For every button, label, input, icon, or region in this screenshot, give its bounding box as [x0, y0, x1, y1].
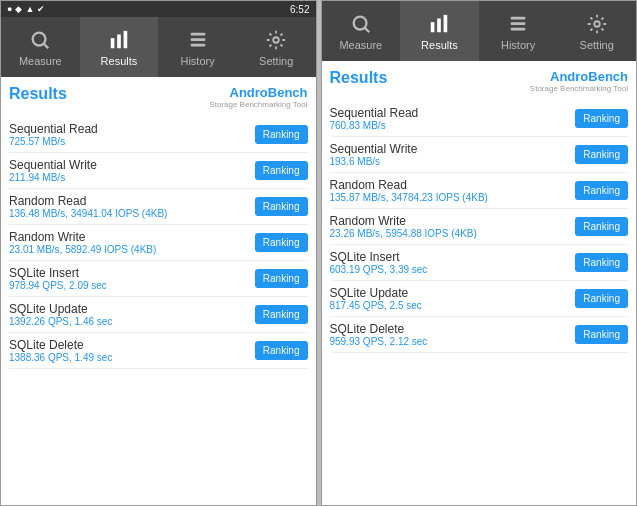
measure-icon-right	[349, 12, 373, 36]
result-value: 193.6 MB/s	[330, 156, 418, 167]
ranking-button[interactable]: Ranking	[575, 325, 628, 344]
result-value: 136.48 MB/s, 34941.04 IOPS (4KB)	[9, 208, 167, 219]
measure-icon-left	[28, 28, 52, 52]
svg-rect-14	[511, 16, 526, 19]
svg-point-17	[594, 21, 600, 27]
ranking-button[interactable]: Ranking	[575, 289, 628, 308]
result-info: Random Read135.87 MB/s, 34784.23 IOPS (4…	[330, 178, 488, 203]
table-row: Random Write23.01 MB/s, 5892.49 IOPS (4K…	[9, 225, 308, 261]
result-info: Sequential Read725.57 MB/s	[9, 122, 98, 147]
nav-setting-right[interactable]: Setting	[557, 1, 636, 61]
nav-results-right[interactable]: Results	[400, 1, 479, 61]
svg-rect-12	[438, 18, 442, 32]
table-row: Random Write23.26 MB/s, 5954.88 IOPS (4K…	[330, 209, 629, 245]
ranking-button[interactable]: Ranking	[255, 269, 308, 288]
setting-icon-left	[264, 28, 288, 52]
result-name: Random Read	[9, 194, 167, 208]
svg-rect-2	[111, 38, 115, 48]
svg-rect-4	[124, 30, 128, 47]
result-info: SQLite Update817.45 QPS, 2.5 sec	[330, 286, 422, 311]
left-phone: ● ◆ ▲ ✔ 6:52 Measure Results History	[0, 0, 317, 506]
results-title-left: Results	[9, 85, 67, 103]
result-name: SQLite Insert	[9, 266, 107, 280]
results-list-right: Sequential Read760.83 MB/sRankingSequent…	[330, 101, 629, 353]
result-name: Sequential Read	[330, 106, 419, 120]
ranking-button[interactable]: Ranking	[255, 125, 308, 144]
result-info: Sequential Read760.83 MB/s	[330, 106, 419, 131]
result-info: Random Write23.01 MB/s, 5892.49 IOPS (4K…	[9, 230, 156, 255]
nav-measure-left[interactable]: Measure	[1, 17, 80, 77]
ranking-button[interactable]: Ranking	[255, 197, 308, 216]
result-value: 603.19 QPS, 3.39 sec	[330, 264, 428, 275]
nav-bar-left: Measure Results History Setting	[1, 17, 316, 77]
svg-rect-3	[117, 34, 121, 48]
brand-right: AndroBench Storage Benchmarking Tool	[530, 69, 628, 93]
result-name: Random Write	[9, 230, 156, 244]
result-name: SQLite Delete	[330, 322, 428, 336]
table-row: Random Read135.87 MB/s, 34784.23 IOPS (4…	[330, 173, 629, 209]
svg-point-0	[33, 32, 46, 45]
svg-rect-13	[444, 14, 448, 31]
ranking-button[interactable]: Ranking	[575, 145, 628, 164]
result-value: 817.45 QPS, 2.5 sec	[330, 300, 422, 311]
brand-sub-right: Storage Benchmarking Tool	[530, 84, 628, 93]
table-row: SQLite Insert978.94 QPS, 2.09 secRanking	[9, 261, 308, 297]
table-row: SQLite Update817.45 QPS, 2.5 secRanking	[330, 281, 629, 317]
result-info: Random Read136.48 MB/s, 34941.04 IOPS (4…	[9, 194, 167, 219]
nav-bar-right: Measure Results History Setting	[322, 1, 637, 61]
table-row: Sequential Write211.94 MB/sRanking	[9, 153, 308, 189]
ranking-button[interactable]: Ranking	[575, 217, 628, 236]
result-name: Random Write	[330, 214, 477, 228]
result-value: 760.83 MB/s	[330, 120, 419, 131]
result-info: SQLite Delete1388.36 QPS, 1.49 sec	[9, 338, 112, 363]
result-info: Random Write23.26 MB/s, 5954.88 IOPS (4K…	[330, 214, 477, 239]
result-info: SQLite Update1392.26 QPS, 1.46 sec	[9, 302, 112, 327]
result-value: 959.93 QPS, 2.12 sec	[330, 336, 428, 347]
svg-rect-15	[511, 22, 526, 25]
results-icon-right	[427, 12, 451, 36]
result-value: 1392.26 QPS, 1.46 sec	[9, 316, 112, 327]
time-left: 6:52	[290, 4, 309, 15]
result-value: 23.01 MB/s, 5892.49 IOPS (4KB)	[9, 244, 156, 255]
table-row: SQLite Delete1388.36 QPS, 1.49 secRankin…	[9, 333, 308, 369]
result-value: 23.26 MB/s, 5954.88 IOPS (4KB)	[330, 228, 477, 239]
svg-rect-11	[431, 22, 435, 32]
results-icon-left	[107, 28, 131, 52]
nav-results-left[interactable]: Results	[80, 17, 159, 77]
svg-rect-5	[190, 32, 205, 35]
result-name: SQLite Update	[330, 286, 422, 300]
nav-history-right[interactable]: History	[479, 1, 558, 61]
setting-icon-right	[585, 12, 609, 36]
table-row: Sequential Read760.83 MB/sRanking	[330, 101, 629, 137]
result-name: Random Read	[330, 178, 488, 192]
history-icon-right	[506, 12, 530, 36]
result-info: Sequential Write211.94 MB/s	[9, 158, 97, 183]
ranking-button[interactable]: Ranking	[255, 341, 308, 360]
svg-line-10	[365, 28, 369, 32]
nav-setting-left[interactable]: Setting	[237, 17, 316, 77]
history-icon-left	[186, 28, 210, 52]
ranking-button[interactable]: Ranking	[575, 181, 628, 200]
results-list-left: Sequential Read725.57 MB/sRankingSequent…	[9, 117, 308, 369]
result-name: Sequential Write	[9, 158, 97, 172]
brand-name-left: AndroBench	[209, 85, 307, 100]
ranking-button[interactable]: Ranking	[575, 253, 628, 272]
ranking-button[interactable]: Ranking	[255, 161, 308, 180]
result-name: SQLite Update	[9, 302, 112, 316]
result-info: SQLite Insert603.19 QPS, 3.39 sec	[330, 250, 428, 275]
nav-history-left[interactable]: History	[158, 17, 237, 77]
ranking-button[interactable]: Ranking	[575, 109, 628, 128]
status-icons-left: ● ◆ ▲ ✔	[7, 4, 45, 14]
ranking-button[interactable]: Ranking	[255, 305, 308, 324]
result-name: SQLite Delete	[9, 338, 112, 352]
svg-rect-16	[511, 27, 526, 30]
result-name: Sequential Read	[9, 122, 98, 136]
result-value: 211.94 MB/s	[9, 172, 97, 183]
svg-point-8	[273, 37, 279, 43]
brand-name-right: AndroBench	[530, 69, 628, 84]
result-value: 1388.36 QPS, 1.49 sec	[9, 352, 112, 363]
table-row: SQLite Update1392.26 QPS, 1.46 secRankin…	[9, 297, 308, 333]
ranking-button[interactable]: Ranking	[255, 233, 308, 252]
content-left: Results AndroBench Storage Benchmarking …	[1, 77, 316, 505]
nav-measure-right[interactable]: Measure	[322, 1, 401, 61]
